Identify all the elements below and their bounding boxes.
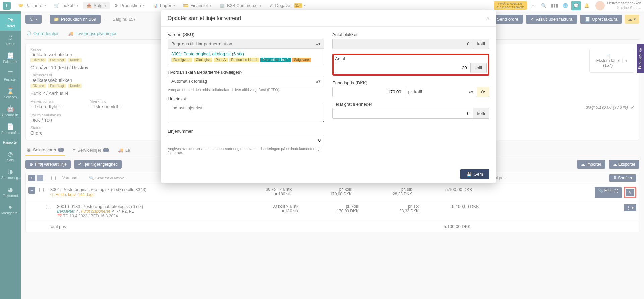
close-icon[interactable]: × [486,15,489,22]
unit-suffix: kolli [471,63,487,73]
lineno-help: Angives hvis der ønskes en anden sorteri… [168,147,324,155]
unit-suffix: kolli [473,39,489,49]
qty-input[interactable] [335,63,471,73]
edit-line-modal: Opdatér samlet linje for vareart × Varea… [161,10,496,183]
unitprice-label: Enhedspris (DKK) [332,80,489,85]
picked-label: Antal plukket [332,32,489,37]
sku-card: 3001: Pesto original, økologisk (6 stk) … [168,48,324,65]
sku-select[interactable]: Begræns til: Har partnerrelation▴▾ [168,39,324,49]
sku-label: Vareart (SKU) [168,32,324,37]
qty-highlight: Antal kolli [332,54,489,76]
qty-label: Antal [335,56,487,61]
lineno-input[interactable] [168,135,324,145]
linetext-label: Linjetekst [168,96,324,101]
unitprice-per-select[interactable]: pr. kolli▴▾ [405,87,477,97]
activity-log-toggle[interactable]: Aktivitetslog [637,44,644,73]
unitprice-input[interactable] [332,87,405,97]
unit-suffix: kolli [473,108,489,119]
batch-select[interactable]: Automatisk forslag▴▾ [168,76,324,86]
picked-input [332,39,473,49]
linetext-input[interactable] [168,103,324,123]
modal-title: Opdatér samlet linje for vareart [168,15,241,21]
batch-help: Varepartier med den ældst udløbsdato, bl… [168,88,324,92]
batch-label: Hvordan skal varepartierne udvælges? [168,70,324,75]
save-button[interactable]: 💾 Gem [460,169,489,179]
sku-name: 3001: Pesto original, økologisk (6 stk) [171,51,321,56]
lineno-label: Linjenummer [168,129,324,134]
free-label: Heraf gratis enheder [332,102,489,107]
free-input[interactable] [332,108,473,119]
refresh-price-button[interactable]: ⟳ [477,87,489,97]
